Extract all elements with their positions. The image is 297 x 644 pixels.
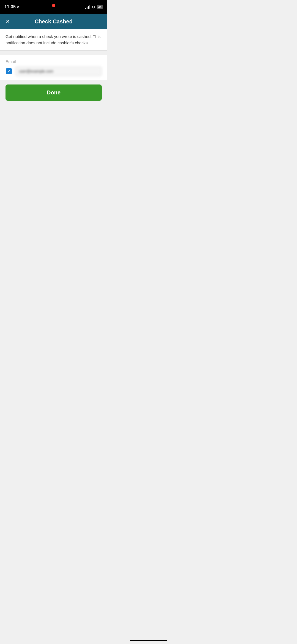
- wifi-icon: ⊝: [92, 5, 95, 9]
- main-content: Get notified when a check you wrote is c…: [0, 29, 107, 167]
- description-text: Get notified when a check you wrote is c…: [6, 34, 102, 46]
- done-button-container: Done: [0, 80, 107, 105]
- battery-level: 34: [98, 5, 101, 9]
- email-checkbox-container[interactable]: ✓: [6, 68, 12, 75]
- signal-icon: [85, 5, 90, 9]
- checkbox-check-icon: ✓: [7, 69, 10, 73]
- email-section: Email ✓: [0, 55, 107, 80]
- battery-indicator: 34: [97, 5, 103, 9]
- status-bar: 11:35 ➤ ⊝ 34: [0, 0, 107, 14]
- email-checkbox[interactable]: ✓: [6, 68, 12, 74]
- description-section: Get notified when a check you wrote is c…: [0, 29, 107, 51]
- dynamic-island: [37, 2, 70, 9]
- email-input-wrapper: [15, 67, 102, 76]
- navigation-header: ✕ Check Cashed: [0, 14, 107, 29]
- email-input[interactable]: [15, 67, 102, 76]
- location-icon: ➤: [17, 5, 20, 9]
- status-indicators: ⊝ 34: [85, 5, 103, 9]
- email-row: ✓: [0, 64, 107, 80]
- time-text: 11:35: [4, 4, 16, 9]
- done-button[interactable]: Done: [6, 84, 102, 101]
- recording-dot: [52, 4, 55, 7]
- email-label: Email: [0, 55, 107, 64]
- page-title: Check Cashed: [35, 18, 73, 25]
- close-button[interactable]: ✕: [4, 17, 11, 26]
- status-time: 11:35 ➤: [4, 4, 20, 9]
